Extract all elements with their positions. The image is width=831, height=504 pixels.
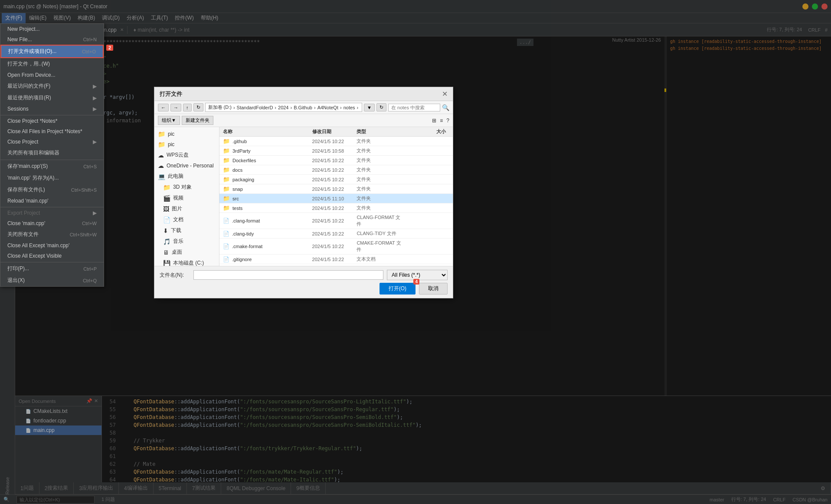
dialog-buttons: 打开(O) 4 取消 [160,283,448,295]
path-arrow-2: › [275,105,276,110]
file-row-docs[interactable]: 📁docs 2024/1/5 10:22 文件夹 [219,165,453,175]
sidebar-wps[interactable]: ☁ WPS云盘 [154,150,219,160]
file-dialog: 打开文件 ✕ ← → ↑ ↻ 新加卷 (D:) › StandardFolder… [154,87,453,298]
dialog-back-btn[interactable]: ← [158,104,169,111]
menu-reload[interactable]: Reload 'main.cpp' [0,196,104,206]
file-row-gitignore[interactable]: 📄.gitignore 2024/1/5 10:22 文本文档 [219,255,453,264]
filename-label: 文件名(N): [160,272,190,279]
dialog-title: 打开文件 ✕ [154,87,453,101]
dialog-up-btn[interactable]: ↑ [183,104,192,111]
path-seg-4: A4NoteQt [317,105,338,110]
dialog-path-bar: 新加卷 (D:) › StandardFolderD › 2024 › B.Gi… [205,103,363,112]
menu-recent-projects[interactable]: 最近使用的项目(R) ▶ [0,92,104,104]
sidebar-video[interactable]: 🎬 视频 [154,193,219,203]
col-size[interactable]: 大小 [401,128,449,135]
filename-input[interactable] [193,270,383,280]
menu-close-project[interactable]: Close Project *Notes* [0,115,104,126]
sidebar-music[interactable]: 🎵 音乐 [154,236,219,247]
file-row-packaging[interactable]: 📁packaging 2024/1/5 10:22 文件夹 [219,175,453,184]
dialog-organize-btn[interactable]: 组织▼ [158,116,180,125]
dialog-refresh2-btn[interactable]: ↻ [376,103,386,111]
dialog-footer: 文件名(N): All Files (*.*) 打开(O) 4 取消 [154,266,453,298]
file-row-clang-format[interactable]: 📄.clang-format 2024/1/5 10:22 CLANG-FORM… [219,213,453,229]
path-arrow-6: › [357,105,359,110]
dialog-dropdown-btn[interactable]: ▼ [364,104,375,111]
dialog-open-btn[interactable]: 打开(O) 4 [380,283,416,295]
sidebar-desktop[interactable]: 🖥 桌面 [154,247,219,258]
sidebar-pc[interactable]: 💻 此电脑 [154,171,219,182]
menu-close-all[interactable]: 关闭所有文件 Ctrl+Shift+W [0,229,104,240]
menu-new-project[interactable]: New Project... [0,24,104,34]
sidebar-pictures[interactable]: 🖼 图片 [154,203,219,214]
dialog-view-icon[interactable]: ⊞ [432,118,436,124]
sidebar-3d[interactable]: 📁 3D 对象 [154,182,219,193]
dialog-sidebar: 📁 pic 📁 pic ☁ WPS云盘 ☁ OneDrive - Persona… [154,127,219,266]
file-row-tests[interactable]: 📁tests 2024/1/5 10:22 文件夹 [219,203,453,213]
filename-row: 文件名(N): All Files (*.*) [160,270,448,280]
menu-save[interactable]: 保存'main.cpp'(S) Ctrl+S [0,160,104,172]
sidebar-c-drive[interactable]: 💾 本地磁盘 (C:) [154,258,219,266]
menu-open-project[interactable]: 打开文件或项目(O)... Ctrl+O 2 [0,45,104,58]
file-row-3rdparty[interactable]: 📁3rdParty 2024/1/5 10:58 文件夹 [219,146,453,156]
file-row-cmake-format[interactable]: 📄.cmake-format 2024/1/5 10:22 CMAKE-FORM… [219,239,453,255]
file-row-gitmodules[interactable]: 📄.gitmodules 2024/1/5 10:22 文本文档 [219,264,453,266]
col-date[interactable]: 修改日期 [312,128,357,135]
file-list-header: 名称 修改日期 类型 大小 [219,127,453,137]
step-badge-2: 2 [106,45,113,51]
menu-save-as[interactable]: 'main.cpp' 另存为(A)... [0,172,104,184]
file-row-github[interactable]: 📁.github 2024/1/5 10:22 文件夹 [219,137,453,146]
menu-close-all-except-visible[interactable]: Close All Except Visible [0,251,104,261]
sidebar-pic-1[interactable]: 📁 pic [154,129,219,139]
menu-sessions[interactable]: Sessions ▶ [0,104,104,114]
search-btn[interactable]: 🔍 [442,104,449,111]
menu-recent-files[interactable]: 最近访问的文件(F) ▶ [0,80,104,92]
col-type[interactable]: 类型 [357,128,401,135]
path-seg-5: notes [344,105,355,110]
file-row-clang-tidy[interactable]: 📄.clang-tidy 2024/1/5 10:22 CLANG-TIDY 文… [219,229,453,239]
file-dropdown-menu: New Project... New File... Ctrl+N 打开文件或项… [0,23,104,287]
dialog-search-input[interactable] [388,104,440,111]
dialog-forward-btn[interactable]: → [170,104,181,111]
sidebar-downloads[interactable]: ⬇ 下载 [154,225,219,236]
sidebar-docs[interactable]: 📄 文档 [154,214,219,225]
dialog-refresh-btn[interactable]: ↻ [193,103,203,111]
dialog-close-button[interactable]: ✕ [442,90,448,98]
step-badge-4: 4 [413,279,419,285]
dialog-details-icon[interactable]: ≡ [440,118,443,124]
menu-close-file[interactable]: Close 'main.cpp' Ctrl+W [0,218,104,229]
path-arrow-3: › [291,105,292,110]
menu-open-device[interactable]: Open From Device... [0,70,104,80]
dialog-body: 📁 pic 📁 pic ☁ WPS云盘 ☁ OneDrive - Persona… [154,127,453,266]
menu-close-all-project-files[interactable]: Close All Files in Project *Notes* [0,126,104,137]
sidebar-pic-2[interactable]: 📁 pic [154,139,219,150]
path-seg-2: 2024 [278,105,288,110]
menu-new-file[interactable]: New File... Ctrl+N [0,34,104,45]
path-arrow-1: › [233,105,235,110]
col-name[interactable]: 名称 [223,128,312,135]
dialog-new-folder-btn[interactable]: 新建文件夹 [182,116,213,125]
file-row-snap[interactable]: 📁snap 2024/1/5 10:22 文件夹 [219,184,453,194]
path-seg-drive: 新加卷 (D:) [208,104,232,111]
file-row-dockerfiles[interactable]: 📁Dockerfiles 2024/1/5 10:22 文件夹 [219,156,453,165]
dialog-file-list: 名称 修改日期 类型 大小 📁.github 2024/1/5 10:22 文件… [219,127,453,266]
path-arrow-5: › [340,105,342,110]
dialog-help-icon[interactable]: ? [446,118,449,124]
menu-close-project-2[interactable]: Close Project ▶ [0,137,104,147]
path-seg-1: StandardFolderD [237,105,273,110]
menu-print[interactable]: 打印(P)... Ctrl+P [0,262,104,275]
menu-exit[interactable]: 退出(X) Ctrl+Q [0,275,104,286]
menu-save-all[interactable]: 保存所有文件(L) Ctrl+Shift+S [0,184,104,196]
menu-close-all-projects[interactable]: 关闭所有项目和编辑器 [0,147,104,159]
menu-open-with[interactable]: 打开文件，用..(W) [0,58,104,70]
file-row-src[interactable]: 📁src 2024/1/5 11:10 文件夹 [219,194,453,203]
sidebar-onedrive[interactable]: ☁ OneDrive - Personal [154,160,219,171]
dialog-toolbar: 组织▼ 新建文件夹 ⊞ ≡ ? [154,114,453,127]
path-seg-3: B.Github [294,105,312,110]
menu-close-all-except[interactable]: Close All Except 'main.cpp' [0,240,104,251]
path-arrow-4: › [314,105,316,110]
menu-export: Export Project ▶ [0,207,104,218]
dialog-nav: ← → ↑ ↻ 新加卷 (D:) › StandardFolderD › 202… [154,101,453,114]
dialog-cancel-btn[interactable]: 取消 [419,283,448,295]
